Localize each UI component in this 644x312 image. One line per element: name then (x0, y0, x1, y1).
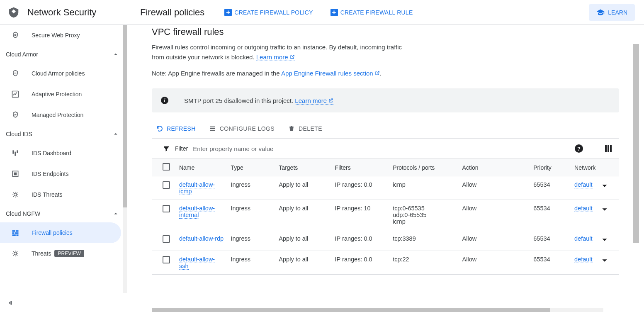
rule-name-link[interactable]: default-allow-icmp (179, 181, 215, 195)
delete-button[interactable]: DELETE (288, 125, 322, 132)
expand-row-button[interactable] (600, 181, 609, 190)
cell-protocols: tcp:22 (389, 251, 459, 275)
sidebar-group-cloud-armor[interactable]: Cloud Armor (0, 46, 127, 63)
chevron-down-icon (600, 181, 609, 190)
sidebar-item-ids-threats[interactable]: IDS Threats (0, 184, 121, 205)
app-engine-link[interactable]: App Engine Firewall rules section (281, 70, 380, 77)
cell-type: Ingress (227, 176, 275, 200)
help-button[interactable]: ? (575, 144, 583, 153)
svg-rect-12 (12, 234, 16, 236)
sidebar-item-label: IDS Dashboard (32, 150, 71, 156)
create-rule-label: CREATE FIREWALL RULE (340, 9, 413, 16)
sidebar-item-managed-protection[interactable]: Managed Protection (0, 105, 121, 125)
learn-label: LEARN (608, 9, 627, 16)
banner-learn-more-link[interactable]: Learn more (295, 97, 333, 105)
expand-row-button[interactable] (600, 235, 609, 244)
cell-priority: 65534 (530, 230, 571, 251)
col-type[interactable]: Type (227, 159, 275, 176)
row-checkbox[interactable] (163, 256, 170, 263)
chevron-up-icon (112, 51, 119, 58)
column-selector-button[interactable] (605, 145, 612, 152)
sidebar-item-adaptive-protection[interactable]: Adaptive Protection (0, 84, 121, 105)
configure-logs-label: CONFIGURE LOGS (220, 125, 275, 132)
cell-targets: Apply to all (275, 251, 331, 275)
header-actions: Firewall policies + CREATE FIREWALL POLI… (131, 4, 644, 21)
main-scrollbar-vertical[interactable] (633, 25, 639, 309)
svg-rect-16 (210, 127, 215, 127)
chevron-down-icon (600, 235, 609, 244)
col-action[interactable]: Action (459, 159, 530, 176)
filter-input[interactable] (193, 145, 570, 152)
delete-label: DELETE (299, 125, 322, 132)
sidebar-item-ids-dashboard[interactable]: IDS Dashboard (0, 143, 121, 163)
cell-protocols: icmp (389, 176, 459, 200)
product-title-block: Network Security (0, 5, 131, 20)
svg-rect-13 (17, 234, 19, 236)
col-targets[interactable]: Targets (275, 159, 331, 176)
firewall-icon (11, 228, 20, 237)
plus-icon: + (224, 9, 232, 16)
col-priority[interactable]: Priority (530, 159, 571, 176)
network-link[interactable]: default (574, 256, 593, 263)
learn-button[interactable]: LEARN (589, 4, 635, 21)
create-firewall-rule-button[interactable]: + CREATE FIREWALL RULE (326, 5, 418, 20)
sidebar-group-cloud-ngfw[interactable]: Cloud NGFW (0, 205, 127, 222)
sidebar-group-cloud-ids[interactable]: Cloud IDS (0, 125, 127, 143)
select-all-checkbox[interactable] (163, 163, 170, 171)
chevron-up-icon (112, 210, 119, 217)
col-protocols[interactable]: Protocols / ports (389, 159, 459, 176)
sidebar-item-label: Threats (32, 250, 51, 257)
svg-rect-19 (289, 127, 294, 128)
configure-logs-button[interactable]: CONFIGURE LOGS (209, 125, 275, 132)
firewall-rules-table: Name Type Targets Filters Protocols / po… (152, 159, 619, 275)
group-label: Cloud IDS (6, 131, 112, 137)
table-toolbar: REFRESH CONFIGURE LOGS DELETE (152, 125, 619, 138)
group-label: Cloud Armor (6, 51, 112, 58)
shield-check-icon (11, 110, 20, 119)
row-checkbox[interactable] (163, 205, 170, 212)
sidebar-item-label: IDS Endpoints (32, 171, 69, 177)
sidebar-scrollbar[interactable] (123, 25, 127, 293)
row-checkbox[interactable] (163, 235, 170, 243)
cell-filters: IP ranges: 0.0 (332, 251, 390, 275)
col-filters[interactable]: Filters (332, 159, 390, 176)
table-scrollbar-horizontal[interactable] (152, 308, 603, 312)
product-name: Network Security (27, 7, 96, 18)
table-header-row: Name Type Targets Filters Protocols / po… (152, 159, 619, 176)
rule-name-link[interactable]: default-allow-rdp (179, 235, 224, 242)
network-link[interactable]: default (574, 235, 593, 242)
refresh-button[interactable]: REFRESH (156, 125, 196, 132)
svg-rect-17 (210, 128, 215, 129)
expand-row-button[interactable] (600, 205, 609, 214)
rule-name-link[interactable]: default-allow-ssh (179, 256, 215, 270)
threats-icon (11, 190, 20, 199)
banner-message: SMTP port 25 disallowed in this project.… (184, 97, 333, 104)
expand-row-button[interactable] (600, 256, 609, 265)
col-name[interactable]: Name (176, 159, 228, 176)
refresh-label: REFRESH (167, 125, 196, 132)
network-link[interactable]: default (574, 205, 593, 212)
sidebar-item-secure-web-proxy[interactable]: Secure Web Proxy (0, 25, 121, 46)
sidebar-item-cloud-armor-policies[interactable]: Cloud Armor policies (0, 63, 121, 84)
create-firewall-policy-button[interactable]: + CREATE FIREWALL POLICY (219, 5, 318, 20)
cell-action: Allow (459, 200, 530, 230)
row-checkbox[interactable] (163, 181, 170, 189)
info-banner: i SMTP port 25 disallowed in this projec… (152, 88, 619, 112)
learn-more-link[interactable]: Learn more (256, 54, 295, 61)
col-network[interactable]: Network (571, 159, 597, 176)
collapse-sidebar-button[interactable] (0, 294, 20, 312)
cell-targets: Apply to all (275, 200, 331, 230)
table-row: default-allow-sshIngressApply to allIP r… (152, 251, 619, 275)
plus-icon: + (331, 9, 338, 16)
sidebar-item-ids-endpoints[interactable]: IDS Endpoints (0, 163, 121, 184)
svg-point-14 (14, 252, 17, 255)
rule-name-link[interactable]: default-allow-internal (179, 205, 215, 219)
external-link-icon (290, 52, 295, 62)
sidebar-item-threats[interactable]: Threats PREVIEW (0, 243, 121, 264)
chevron-left-icon (6, 299, 14, 307)
network-link[interactable]: default (574, 181, 593, 188)
sidebar-item-firewall-policies[interactable]: Firewall policies (0, 222, 121, 243)
external-link-icon (375, 70, 380, 77)
armor-icon (11, 69, 20, 78)
svg-rect-10 (12, 232, 14, 234)
